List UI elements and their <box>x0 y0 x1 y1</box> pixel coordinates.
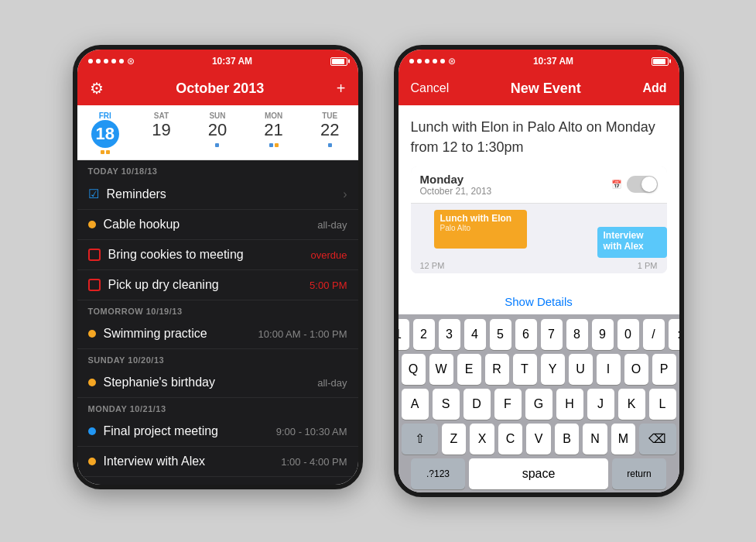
key-a[interactable]: A <box>402 389 429 420</box>
allday-toggle[interactable] <box>627 176 658 193</box>
return-key[interactable]: return <box>612 458 666 489</box>
key-0[interactable]: 0 <box>617 319 639 350</box>
day-num-fri: 18 <box>91 120 119 148</box>
key-d[interactable]: D <box>464 389 491 420</box>
cancel-button[interactable]: Cancel <box>411 81 450 95</box>
event-title-cable: Cable hookup <box>104 218 180 232</box>
nlp-text[interactable]: Lunch with Elon in Palo Alto on Monday f… <box>411 118 667 156</box>
event-left-swimming: Swimming practice <box>88 327 252 341</box>
key-i[interactable]: I <box>597 354 621 385</box>
checkbox-dry[interactable] <box>88 279 101 291</box>
status-bar-left: ⊛ 10:37 AM <box>77 50 358 71</box>
day-name-fri: FRI <box>99 111 111 120</box>
event-left-cookies: Bring cookies to meeting <box>88 248 305 262</box>
key-c[interactable]: C <box>498 424 523 455</box>
day-num-sat: 19 <box>152 120 170 140</box>
key-v[interactable]: V <box>526 424 551 455</box>
space-key[interactable]: space <box>469 458 608 489</box>
day-col-mon[interactable]: MON 21 <box>245 108 302 160</box>
key-p[interactable]: P <box>652 354 676 385</box>
reminders-title: Reminders <box>107 187 166 201</box>
battery-area-right <box>652 57 669 66</box>
day-col-sat[interactable]: SAT 19 <box>133 108 190 160</box>
preview-day-info: Monday October 21, 2013 <box>420 173 492 197</box>
event-left-dry: Pick up dry cleaning <box>88 278 304 292</box>
battery-icon-right <box>652 57 669 66</box>
key-b[interactable]: B <box>555 424 580 455</box>
event-cookies[interactable]: Bring cookies to meeting overdue <box>77 240 358 270</box>
event-birthday[interactable]: Stephanie's birthday all-day <box>77 368 358 398</box>
key-x[interactable]: X <box>470 424 494 455</box>
add-event-icon[interactable]: + <box>337 80 346 98</box>
key-7[interactable]: 7 <box>541 319 563 350</box>
day-col-fri[interactable]: FRI 18 <box>77 108 134 160</box>
day-num-sun: 20 <box>208 120 227 140</box>
event-final-project[interactable]: Final project meeting 9:00 - 10:30 AM <box>77 417 358 447</box>
battery-area-left <box>330 57 347 66</box>
key-9[interactable]: 9 <box>592 319 614 350</box>
key-l[interactable]: L <box>649 389 676 420</box>
event-left-interview: Interview with Alex <box>88 455 275 468</box>
key-j[interactable]: J <box>587 389 614 420</box>
key-r[interactable]: R <box>485 354 509 385</box>
lunch-location: Palo Alto <box>440 224 521 232</box>
event-interview-alex[interactable]: Interview with Alex 1:00 - 4:00 PM <box>77 447 358 477</box>
keyboard: 1 2 3 4 5 6 7 8 9 0 / : Q W E R T Y <box>399 314 679 492</box>
key-f[interactable]: F <box>494 389 522 420</box>
key-k[interactable]: K <box>618 389 645 420</box>
checkbox-cookies[interactable] <box>88 249 101 261</box>
time-label-12pm: 12 PM <box>420 261 445 270</box>
key-u[interactable]: U <box>569 354 593 385</box>
numbers-key[interactable]: .?123 <box>411 458 465 489</box>
gear-icon[interactable]: ⚙ <box>90 79 104 98</box>
key-8[interactable]: 8 <box>566 319 588 350</box>
preview-events-area: Lunch with Elon Palo Alto Interview with… <box>411 204 667 258</box>
add-button[interactable]: Add <box>642 81 666 95</box>
key-g[interactable]: G <box>525 389 552 420</box>
key-w[interactable]: W <box>429 354 453 385</box>
chevron-right-icon: › <box>343 187 347 201</box>
shift-key[interactable]: ⇧ <box>402 424 438 455</box>
kb-row-bottom: .?123 space return <box>402 458 676 489</box>
delete-key[interactable]: ⌫ <box>639 424 676 455</box>
reminders-row[interactable]: ☑ Reminders › <box>77 179 358 210</box>
event-block-lunch: Lunch with Elon Palo Alto <box>434 210 527 249</box>
key-q[interactable]: Q <box>402 354 426 385</box>
preview-day-label: Monday <box>420 173 492 186</box>
event-title-dry: Pick up dry cleaning <box>108 278 219 292</box>
key-y[interactable]: Y <box>541 354 565 385</box>
event-swimming[interactable]: Swimming practice 10:00 AM - 1:00 PM <box>77 319 358 349</box>
key-1[interactable]: 1 <box>394 319 409 350</box>
status-bar-right: ⊛ 10:37 AM <box>399 50 679 71</box>
day-col-sun[interactable]: SUN 20 <box>190 108 246 160</box>
key-o[interactable]: O <box>624 354 648 385</box>
calendar-preview: Monday October 21, 2013 📅 Lunch with Elo… <box>411 166 667 273</box>
event-cable-hookup[interactable]: Cable hookup all-day <box>77 210 358 240</box>
key-5[interactable]: 5 <box>490 319 511 350</box>
key-colon[interactable]: : <box>669 319 684 350</box>
event-dry-cleaning[interactable]: Pick up dry cleaning 5:00 PM <box>77 270 358 300</box>
battery-icon-left <box>330 57 347 66</box>
day-num-mon: 21 <box>264 120 282 140</box>
key-n[interactable]: N <box>583 424 607 455</box>
key-2[interactable]: 2 <box>413 319 435 350</box>
key-t[interactable]: T <box>513 354 537 385</box>
key-slash[interactable]: / <box>643 319 665 350</box>
event-left-final: Final project meeting <box>88 424 270 438</box>
key-4[interactable]: 4 <box>464 319 486 350</box>
key-6[interactable]: 6 <box>515 319 537 350</box>
key-s[interactable]: S <box>433 389 460 420</box>
event-time-birthday: all-day <box>311 377 347 389</box>
kb-row-qwerty: Q W E R T Y U I O P <box>402 354 676 385</box>
wifi-icon-right: ⊛ <box>448 56 456 67</box>
key-z[interactable]: Z <box>442 424 467 455</box>
key-h[interactable]: H <box>556 389 583 420</box>
day-col-tue[interactable]: TUE 22 <box>302 108 358 160</box>
event-input-area: Lunch with Elon in Palo Alto on Monday f… <box>399 105 679 288</box>
key-3[interactable]: 3 <box>439 319 460 350</box>
key-e[interactable]: E <box>457 354 481 385</box>
reminders-left: ☑ Reminders <box>88 187 166 201</box>
section-header-tomorrow: TOMORROW 10/19/13 <box>77 300 358 319</box>
show-details-button[interactable]: Show Details <box>399 289 679 314</box>
key-m[interactable]: M <box>611 424 636 455</box>
